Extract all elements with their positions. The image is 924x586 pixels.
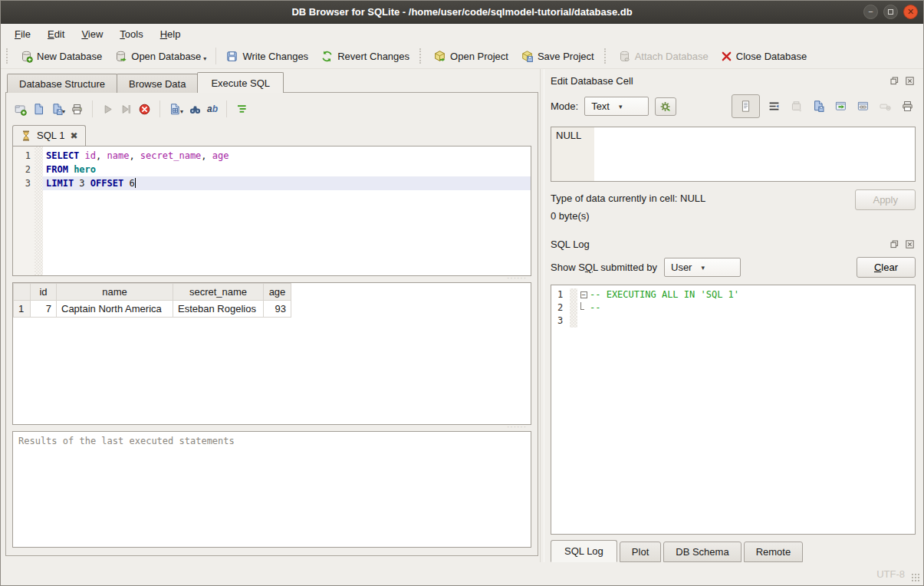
dock-tab-db-schema[interactable]: DB Schema bbox=[663, 542, 741, 562]
open-database-button[interactable]: Open Database ▾ bbox=[108, 47, 212, 66]
minimize-icon: − bbox=[868, 8, 873, 16]
cell-name[interactable]: Captain North America bbox=[57, 301, 173, 318]
open-database-icon bbox=[114, 50, 127, 63]
menubar: File Edit View Tools Help bbox=[1, 24, 923, 44]
import-cell-data-button[interactable] bbox=[788, 98, 804, 114]
execute-all-icon bbox=[101, 103, 114, 116]
stop-execution-button[interactable] bbox=[138, 103, 151, 116]
word-wrap-button[interactable] bbox=[766, 98, 782, 114]
results-message-splitter[interactable] bbox=[12, 425, 531, 431]
execute-all-button[interactable] bbox=[101, 103, 114, 116]
dock-tab-sql-log[interactable]: SQL Log bbox=[551, 540, 617, 562]
chevron-down-icon: ▾ bbox=[701, 264, 705, 272]
close-panel-icon bbox=[906, 77, 914, 85]
dock-tab-remote[interactable]: Remote bbox=[744, 542, 804, 562]
toolbar-separator bbox=[215, 48, 216, 64]
cell-size-info: 0 byte(s) bbox=[551, 207, 855, 225]
sql-log-output[interactable]: 1 − -- EXECUTING ALL IN 'SQL 1' 2 -- 3 bbox=[551, 285, 916, 535]
results-message-pane[interactable]: Results of the last executed statements bbox=[12, 431, 531, 548]
close-button[interactable]: ✕ bbox=[903, 5, 918, 19]
mode-select[interactable]: Text ▾ bbox=[584, 97, 649, 116]
maximize-icon bbox=[888, 9, 893, 15]
print-cell-button[interactable] bbox=[899, 98, 916, 114]
new-database-button[interactable]: New Database bbox=[14, 47, 108, 66]
menu-view[interactable]: View bbox=[74, 26, 110, 42]
tab-browse-data[interactable]: Browse Data bbox=[117, 74, 198, 93]
open-project-button[interactable]: Open Project bbox=[427, 47, 515, 66]
main-toolbar: New Database Open Database ▾ Write Chang… bbox=[1, 44, 923, 69]
menu-edit[interactable]: Edit bbox=[40, 26, 72, 42]
cell-value-editor[interactable]: NULL bbox=[551, 127, 916, 182]
float-panel-button[interactable] bbox=[888, 239, 900, 249]
open-project-icon bbox=[433, 50, 446, 63]
export-cell-data-button[interactable] bbox=[811, 98, 827, 114]
format-sql-button[interactable] bbox=[235, 103, 248, 116]
dock-tab-plot[interactable]: Plot bbox=[620, 542, 661, 562]
sql-source-select[interactable]: User ▾ bbox=[664, 258, 741, 277]
column-header-secret-name[interactable]: secret_name bbox=[173, 284, 264, 301]
edit-cell-title: Edit Database Cell bbox=[551, 75, 885, 87]
cell-age[interactable]: 93 bbox=[264, 301, 291, 318]
corner-header-cell[interactable] bbox=[14, 284, 31, 301]
column-header-age[interactable]: age bbox=[264, 284, 291, 301]
open-sql-file-button[interactable] bbox=[32, 103, 45, 116]
find-button[interactable] bbox=[189, 103, 202, 116]
resize-grip[interactable] bbox=[911, 573, 921, 583]
column-header-name[interactable]: name bbox=[57, 284, 173, 301]
row-header-cell[interactable]: 1 bbox=[14, 301, 31, 318]
main-tab-bar: Database Structure Browse Data Execute S… bbox=[7, 74, 538, 93]
apply-button[interactable]: Apply bbox=[855, 189, 916, 210]
sql-code-editor[interactable]: 1 2 3 SELECT id, name, secret_name, age … bbox=[12, 146, 531, 276]
set-null-button[interactable] bbox=[877, 98, 893, 114]
titlebar[interactable]: DB Browser for SQLite - /home/user/code/… bbox=[1, 1, 923, 24]
menu-help[interactable]: Help bbox=[153, 26, 189, 42]
save-sql-file-button[interactable]: ▾ bbox=[51, 103, 65, 116]
cell-value-body[interactable] bbox=[594, 127, 915, 181]
save-sql-dropdown-icon[interactable]: ▾ bbox=[62, 108, 65, 115]
toolbar-drag-handle[interactable] bbox=[604, 48, 607, 64]
execute-line-button[interactable] bbox=[120, 103, 133, 116]
attach-database-icon bbox=[618, 50, 631, 63]
editor-code-area[interactable]: SELECT id, name, secret_name, age FROM h… bbox=[43, 146, 531, 275]
auto-switch-mode-button[interactable] bbox=[655, 97, 676, 116]
toolbar-drag-handle[interactable] bbox=[6, 48, 9, 64]
export-results-dropdown-icon[interactable]: ▾ bbox=[180, 108, 183, 115]
column-header-id[interactable]: id bbox=[31, 284, 57, 301]
open-database-dropdown-icon[interactable]: ▾ bbox=[203, 55, 206, 62]
write-changes-button[interactable]: Write Changes bbox=[219, 47, 314, 66]
results-grid[interactable]: id name secret_name age 1 7 Captain Nort… bbox=[12, 282, 531, 425]
minimize-button[interactable]: − bbox=[863, 5, 878, 19]
tab-database-structure[interactable]: Database Structure bbox=[7, 74, 117, 93]
editor-results-splitter[interactable] bbox=[12, 276, 531, 282]
close-panel-button[interactable] bbox=[903, 239, 916, 249]
clear-log-button[interactable]: Clear bbox=[857, 257, 916, 278]
float-icon bbox=[890, 240, 899, 249]
attach-database-button[interactable]: Attach Database bbox=[612, 47, 715, 66]
close-panel-button[interactable] bbox=[903, 75, 916, 86]
menu-file[interactable]: File bbox=[7, 26, 38, 42]
tab-execute-sql[interactable]: Execute SQL bbox=[197, 72, 284, 93]
export-results-button[interactable]: ▾ bbox=[169, 103, 183, 116]
document-icon bbox=[739, 100, 752, 113]
open-sql-tab-button[interactable] bbox=[14, 103, 27, 116]
float-panel-button[interactable] bbox=[888, 75, 900, 86]
fold-marker-icon[interactable]: − bbox=[580, 291, 587, 298]
menu-tools[interactable]: Tools bbox=[112, 26, 150, 42]
replace-button[interactable]: ab bbox=[207, 104, 218, 114]
cell-id[interactable]: 7 bbox=[31, 301, 57, 318]
code-line-2: FROM hero bbox=[43, 163, 531, 176]
maximize-button[interactable] bbox=[883, 5, 898, 19]
sql-1-tab[interactable]: SQL 1 ✖ bbox=[12, 125, 86, 146]
toolbar-drag-handle[interactable] bbox=[419, 48, 423, 64]
text-mode-toggle-button[interactable] bbox=[732, 94, 760, 118]
open-in-external-button[interactable] bbox=[833, 98, 849, 114]
word-wrap-icon bbox=[768, 100, 781, 113]
close-database-button[interactable]: Close Database bbox=[715, 48, 814, 65]
cell-secret-name[interactable]: Esteban Rogelios bbox=[173, 301, 264, 318]
revert-changes-button[interactable]: Revert Changes bbox=[314, 47, 416, 66]
log-line-1: 1 − -- EXECUTING ALL IN 'SQL 1' bbox=[551, 288, 915, 301]
tab-close-icon[interactable]: ✖ bbox=[70, 131, 77, 140]
save-project-button[interactable]: Save Project bbox=[515, 47, 600, 66]
print-sql-button[interactable] bbox=[71, 103, 84, 116]
open-url-button[interactable] bbox=[855, 98, 871, 114]
